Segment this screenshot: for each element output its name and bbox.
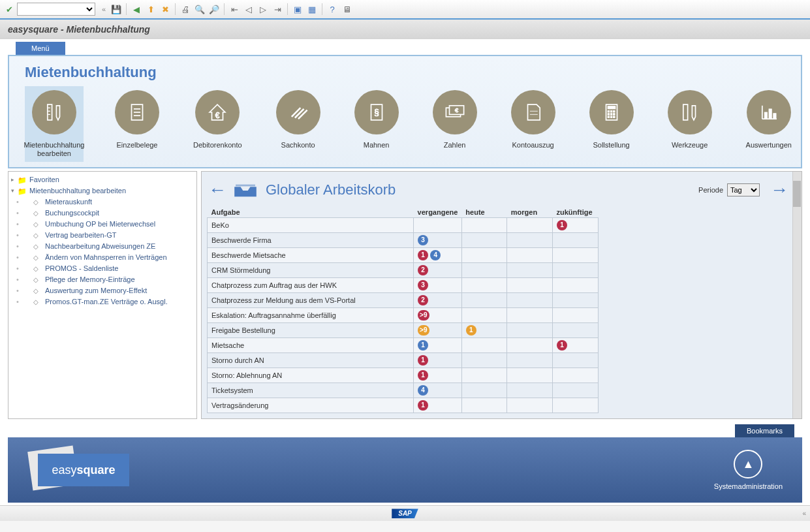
svg-rect-22 (610, 110, 612, 112)
col-vergangene: vergangene (414, 207, 462, 218)
task-row[interactable]: Chatprozess zur Meldung aus dem VS-Porta… (208, 293, 599, 308)
help-icon[interactable]: ? (326, 3, 339, 16)
find-icon[interactable]: 🔍 (193, 3, 206, 16)
tile-money[interactable]: €Zahlen (430, 86, 480, 162)
svg-rect-23 (613, 110, 615, 112)
tree-favoriten[interactable]: ▸ Favoriten (11, 174, 194, 185)
cell-vergangene: 3 (414, 233, 462, 248)
footer-panel: easysquare ▲ Systemadministration (8, 437, 802, 503)
tile-document[interactable]: Einzelbelege (112, 86, 162, 162)
cell-zukuenftige (553, 233, 599, 248)
save-icon[interactable]: 💾 (110, 3, 123, 16)
cell-vergangene: >9 (414, 308, 462, 323)
tile-barchart[interactable]: Auswertungen (743, 86, 794, 162)
tree-item[interactable]: •◇Buchungscockpit (11, 208, 194, 218)
task-row[interactable]: Ticketsystem4 (208, 383, 599, 398)
task-row[interactable]: Mietsache11 (208, 338, 599, 353)
app-title: easysquare - Mietenbuchhaltung (8, 24, 150, 35)
task-row[interactable]: Chatprozess zum Auftrag aus der HWK3 (208, 278, 599, 293)
tile-ruler-pen[interactable]: Mietenbuchhaltung bearbeiten (25, 86, 84, 162)
task-row[interactable]: Storno: Ablehnung AN1 (208, 368, 599, 383)
tree-item[interactable]: •◇Ändern von Mahnsperren in Verträgen (11, 252, 194, 262)
svg-rect-28 (610, 116, 612, 118)
tile-paragraph[interactable]: §Mahnen (352, 86, 401, 162)
sysadmin-icon[interactable]: ▲ (734, 450, 762, 478)
task-row[interactable]: CRM Störmeldung2 (208, 263, 599, 278)
first-page-icon[interactable]: ⇤ (228, 3, 241, 16)
task-name: Chatprozess zur Meldung aus dem VS-Porta… (208, 293, 414, 308)
collapse-button[interactable]: « (102, 5, 106, 13)
next-page-icon[interactable]: ▷ (257, 3, 270, 16)
task-name: Chatprozess zum Auftrag aus der HWK (208, 278, 414, 293)
print-icon[interactable]: 🖨 (179, 3, 192, 16)
task-row[interactable]: Beschwerde Firma3 (208, 233, 599, 248)
cell-morgen (507, 218, 553, 233)
task-row[interactable]: Beschwerde Mietsache1 4 (208, 248, 599, 263)
tree-item[interactable]: •◇Auswertung zum Memory-Effekt (11, 285, 194, 296)
tree-item[interactable]: •◇Umbuchung OP bei Mieterwechsel (11, 219, 194, 229)
command-dropdown[interactable] (17, 3, 95, 16)
layout-icon[interactable]: ▦ (305, 3, 319, 16)
sap-logo: SAP (392, 509, 418, 518)
svg-line-11 (298, 110, 307, 119)
tile-calculator[interactable]: Sollstellung (587, 86, 636, 162)
statusbar-collapse-icon[interactable]: « (802, 510, 806, 517)
prev-page-icon[interactable]: ◁ (242, 3, 255, 16)
new-session-icon[interactable]: ▣ (291, 3, 304, 16)
task-name: BeKo (208, 218, 414, 233)
tile-tools[interactable]: Werkzeuge (665, 86, 715, 162)
ok-icon[interactable]: ✔ (3, 3, 16, 16)
tile-label: Mietenbuchhaltung bearbeiten (24, 141, 85, 158)
cell-zukuenftige (553, 293, 599, 308)
svg-line-10 (295, 109, 304, 118)
app-titlebar: easysquare - Mietenbuchhaltung (0, 20, 810, 39)
nav-forward-icon[interactable]: → (770, 180, 788, 200)
cell-morgen (507, 368, 553, 383)
find-next-icon[interactable]: 🔎 (208, 3, 221, 16)
col-morgen: morgen (507, 207, 553, 218)
task-name: Ticketsystem (208, 383, 414, 398)
task-row[interactable]: Freigabe Bestellung>91 (208, 323, 599, 338)
cell-morgen (507, 398, 553, 413)
task-row[interactable]: Vertragsänderung1 (208, 398, 599, 413)
bookmarks-tab[interactable]: Bookmarks (735, 424, 794, 437)
tree-item[interactable]: •◇PROMOS - Saldenliste (11, 263, 194, 274)
last-page-icon[interactable]: ⇥ (271, 3, 284, 16)
tile-house-euro[interactable]: €Debitorenkonto (191, 86, 245, 162)
task-name: Beschwerde Firma (208, 233, 414, 248)
tools-icon (668, 90, 712, 134)
exit-icon[interactable]: ⬆ (144, 3, 157, 16)
cell-vergangene: 1 (414, 353, 462, 368)
svg-rect-35 (773, 114, 776, 119)
document-icon (115, 90, 159, 134)
menu-tab[interactable]: Menü (16, 42, 65, 55)
nav-back-icon[interactable]: ← (208, 180, 226, 200)
tile-stripes[interactable]: Sachkonto (273, 86, 323, 162)
cell-morgen (507, 383, 553, 398)
scrollbar[interactable] (792, 172, 802, 418)
tile-label: Debitorenkonto (193, 141, 242, 149)
monitor-icon[interactable]: 🖥 (340, 3, 353, 16)
task-row[interactable]: Eskalation: Auftragsannahme überfällig>9 (208, 308, 599, 323)
cell-morgen (507, 233, 553, 248)
cell-morgen (507, 293, 553, 308)
cancel-icon[interactable]: ✖ (159, 3, 172, 16)
tree-item[interactable]: •◇Promos.GT-man.ZE Verträge o. Ausgl. (11, 296, 194, 307)
tree-item[interactable]: •◇Nachbearbeitung Abweisungen ZE (11, 241, 194, 251)
tree-item[interactable]: •◇Mieterauskunft (11, 196, 194, 207)
task-row[interactable]: BeKo1 (208, 218, 599, 233)
svg-rect-24 (608, 114, 610, 116)
tree-item[interactable]: •◇Vertrag bearbeiten-GT (11, 230, 194, 240)
cell-vergangene (414, 218, 462, 233)
tile-label: Mahnen (364, 141, 390, 149)
back-icon[interactable]: ◀ (130, 3, 143, 16)
tree-root[interactable]: ▾ Mietenbuchhaltung bearbeiten (11, 185, 194, 196)
task-name: Freigabe Bestellung (208, 323, 414, 338)
periode-select[interactable]: Tag (727, 183, 760, 196)
cell-vergangene: >9 (414, 323, 462, 338)
task-row[interactable]: Storno durch AN1 (208, 353, 599, 368)
tile-sheet[interactable]: Kontoauszug (508, 86, 558, 162)
cell-morgen (507, 248, 553, 263)
tree-item[interactable]: •◇Pflege der Memory-Einträge (11, 274, 194, 285)
task-name: Storno: Ablehnung AN (208, 368, 414, 383)
